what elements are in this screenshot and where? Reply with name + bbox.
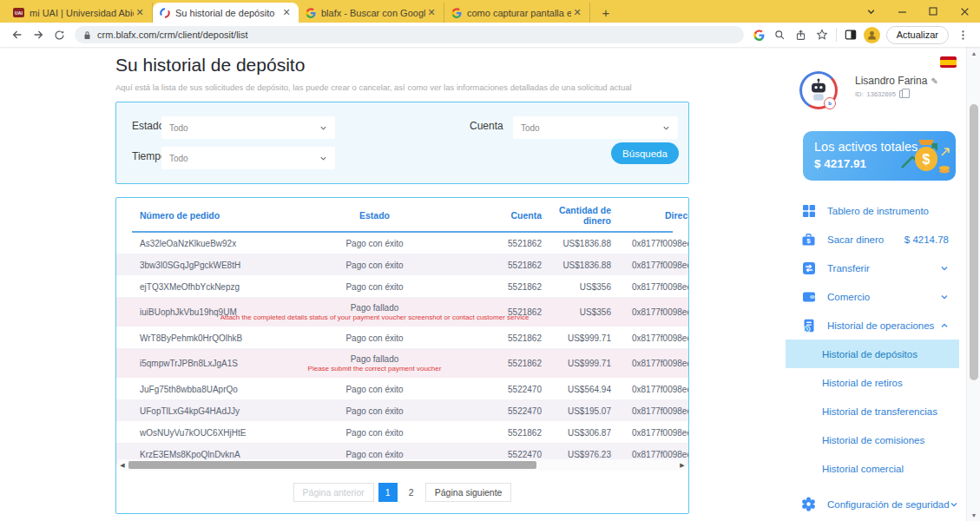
- cell-order: WrT8ByPehmk0HrQOlhkB: [116, 333, 294, 343]
- sidebar-subitem-3[interactable]: Historial de comisiones: [786, 425, 959, 454]
- header-order: Número de pedido: [116, 210, 294, 221]
- tab-close-icon[interactable]: ✕: [280, 7, 293, 19]
- chevron-up-icon: [940, 321, 949, 330]
- sidebar-item-transfer[interactable]: Transferir: [786, 254, 966, 282]
- sidebar-item-security[interactable]: Configuración de seguridad: [786, 490, 966, 518]
- sidebar-subitem-1[interactable]: Historial de retiros: [786, 368, 959, 397]
- url-text: crm.blafx.com/crm/client/deposit/list: [97, 30, 248, 40]
- table-row: wOsNUyVu7kOUC6XHjHtEPago con éxito552186…: [116, 422, 688, 444]
- estado-select[interactable]: Todo: [161, 116, 335, 139]
- maximize-icon[interactable]: [918, 0, 949, 23]
- browser-tab-2[interactable]: blafx - Buscar con Google✕: [299, 3, 444, 23]
- status-text: Pago con éxito: [345, 239, 403, 248]
- cell-amount: US$999.71: [542, 359, 620, 368]
- address-bar[interactable]: crm.blafx.com/crm/client/deposit/list: [75, 26, 744, 43]
- cuenta-select[interactable]: Todo: [513, 116, 678, 139]
- cell-amount: US$976.23: [542, 450, 620, 459]
- sidebar-item-withdraw[interactable]: $Sacar dinero$ 4214.78: [786, 225, 966, 254]
- uai-favicon: UAI: [13, 7, 24, 18]
- tab-search-chevron-icon[interactable]: [855, 0, 886, 23]
- tab-close-icon[interactable]: ✕: [571, 7, 583, 19]
- vertical-scrollbar[interactable]: ▲ ▼: [966, 47, 980, 521]
- cell-address: 0x8177f0098ee436e326: [620, 406, 688, 416]
- tab-close-icon[interactable]: ✕: [425, 7, 437, 19]
- share-icon[interactable]: [791, 24, 812, 45]
- edit-name-icon[interactable]: ✎: [931, 76, 937, 86]
- table-header-row: Número de pedido Estado Cuenta Cantidad …: [116, 198, 688, 233]
- chevron-down-icon: [950, 500, 958, 509]
- close-window-icon[interactable]: [949, 0, 980, 23]
- scroll-down-icon[interactable]: ▼: [967, 509, 980, 521]
- sidebar-item-commerce[interactable]: Comercio: [786, 282, 966, 311]
- back-icon[interactable]: [7, 24, 28, 45]
- lock-icon: [83, 30, 91, 40]
- sidebar-subitem-4[interactable]: Historial comercial: [786, 454, 959, 483]
- cell-order: JuFg75th8wbba8UAprQo: [116, 385, 294, 394]
- sidebar-subitem-0[interactable]: Historial de depósitos: [786, 340, 959, 368]
- actualizar-button[interactable]: Actualizar: [886, 26, 949, 44]
- status-text: Pago con éxito: [345, 406, 403, 416]
- prev-page-button[interactable]: Página anterior: [293, 483, 374, 502]
- sidebar-item-dashboard[interactable]: Tablero de instrumento: [786, 196, 966, 225]
- cell-order: wOsNUyVu7kOUC6XHjHtE: [116, 428, 294, 438]
- cell-amount: US$195.07: [542, 406, 620, 416]
- chevron-down-icon: [319, 124, 327, 132]
- search-button[interactable]: Búsqueda: [611, 142, 679, 164]
- horizontal-scrollbar[interactable]: ◀ ▶: [118, 459, 687, 471]
- cell-status: Pago falladoAttach the completed details…: [294, 303, 455, 321]
- filter-panel: Estado Todo Cuenta Todo Tiempo Todo Búsq…: [115, 102, 689, 184]
- browser-tab-1[interactable]: Su historial de depósito✕: [153, 3, 299, 23]
- side-panel-icon[interactable]: [840, 24, 861, 45]
- main-content: Su historial de depósito Aquí está la li…: [0, 47, 786, 521]
- dashboard-icon: [801, 203, 816, 218]
- new-tab-button[interactable]: +: [595, 3, 616, 23]
- scroll-left-icon[interactable]: ◀: [118, 462, 127, 469]
- header-status: Estado: [294, 210, 455, 221]
- svg-text:$: $: [806, 237, 811, 245]
- cell-status: Pago con éxito: [294, 428, 455, 438]
- browser-tab-3[interactable]: como capturar pantalla en la pc✕: [444, 3, 590, 23]
- cell-order: 3bw3l0SGqJgPgckWE8tH: [116, 260, 294, 270]
- total-assets-value: $ 4217.91: [814, 157, 866, 170]
- forward-icon[interactable]: [28, 24, 49, 45]
- horizontal-scrollbar-thumb[interactable]: [128, 461, 536, 469]
- cell-address: 0x8177f0098ee436e326: [620, 450, 688, 459]
- cell-amount: US$356: [542, 307, 620, 317]
- cell-account: 5521862: [455, 359, 542, 368]
- browser-tab-0[interactable]: UAImi UAI | Universidad Abierta Inte✕: [7, 3, 153, 23]
- history-icon: [801, 318, 816, 333]
- minimize-icon[interactable]: [886, 0, 918, 23]
- copy-id-icon[interactable]: [899, 90, 905, 98]
- tiempo-select[interactable]: Todo: [161, 147, 335, 169]
- status-text: Pago con éxito: [345, 333, 403, 343]
- zoom-icon[interactable]: [770, 24, 791, 45]
- spain-flag-icon[interactable]: [940, 56, 957, 68]
- cell-amount: US$306.87: [542, 428, 620, 438]
- sidebar-item-label: Comercio: [827, 292, 940, 302]
- scroll-right-icon[interactable]: ▶: [678, 462, 687, 469]
- tab-close-icon[interactable]: ✕: [134, 7, 146, 19]
- cell-address: 0x8177f0098ee436e326: [620, 333, 688, 343]
- cell-address: 0x8177f0098ee436e326: [620, 307, 688, 317]
- bookmark-star-icon[interactable]: [812, 24, 832, 45]
- cell-account: 5522470: [455, 385, 542, 394]
- reload-icon[interactable]: [49, 24, 69, 45]
- cell-account: 5521862: [455, 260, 542, 270]
- page-button-1[interactable]: 1: [378, 483, 398, 502]
- page-button-2[interactable]: 2: [402, 483, 421, 502]
- cell-account: 5521862: [455, 333, 542, 343]
- scroll-up-icon[interactable]: ▲: [967, 47, 980, 59]
- account-sidebar: b Lisandro Farina✎ ID: 13632695 Los acti…: [786, 47, 966, 521]
- status-note: Please submit the correct payment vouche…: [308, 365, 442, 373]
- cell-address: 0x8177f0098ee436e326: [620, 260, 688, 270]
- next-page-button[interactable]: Página siguiente: [425, 483, 512, 502]
- toolbar-divider: [836, 28, 837, 42]
- sidebar-item-history[interactable]: Historial de operaciones: [786, 311, 966, 340]
- google-g-icon[interactable]: [749, 24, 770, 45]
- browser-menu-icon[interactable]: [952, 24, 973, 45]
- profile-avatar[interactable]: [864, 27, 880, 43]
- avatar-badge-icon: b: [824, 97, 836, 109]
- tab-title: como capturar pantalla en la pc: [467, 8, 571, 18]
- sidebar-subitem-2[interactable]: Historial de transferencias: [786, 397, 959, 425]
- vertical-scrollbar-thumb[interactable]: [970, 104, 978, 380]
